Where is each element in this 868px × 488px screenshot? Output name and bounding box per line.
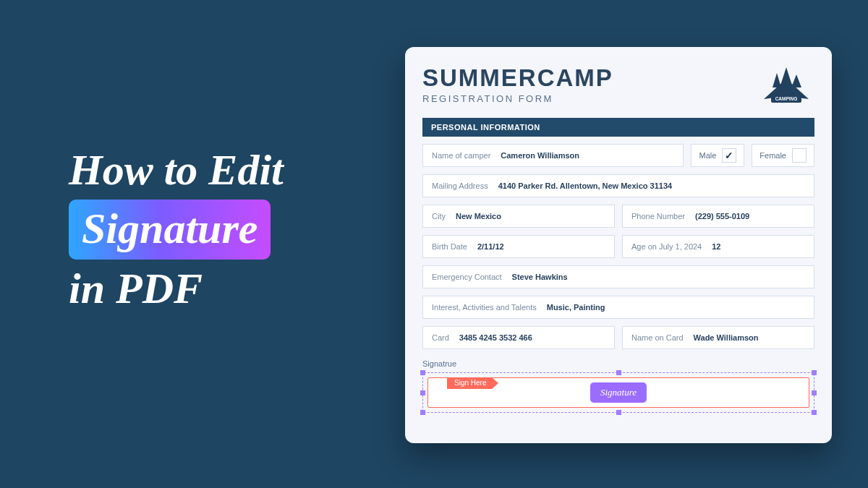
birth-label: Birth Date <box>432 242 467 251</box>
interests-field[interactable]: Interest, Activities and Talents Music, … <box>422 296 814 319</box>
female-checkbox[interactable] <box>792 148 807 163</box>
mailing-value: 4140 Parker Rd. Allentown, New Mexico 31… <box>498 181 672 190</box>
form-subtitle: REGISTRATION FORM <box>422 93 613 104</box>
camping-logo: CAMPING <box>758 64 814 111</box>
name-label: Name of camper <box>432 151 490 160</box>
signature-button[interactable]: Signature <box>590 382 647 403</box>
card-value: 3485 4245 3532 466 <box>459 333 532 342</box>
card-label: Card <box>432 333 449 342</box>
mailing-label: Mailing Address <box>432 181 488 190</box>
city-value: New Mexico <box>456 212 501 221</box>
resize-handle[interactable] <box>420 410 425 415</box>
headline-line-1: How to Edit <box>69 141 284 200</box>
resize-handle[interactable] <box>616 370 621 375</box>
headline: How to Edit Signature in PDF <box>69 141 284 318</box>
age-value: 12 <box>712 242 720 251</box>
emergency-label: Emergency Contact <box>432 273 502 281</box>
signature-selection-box[interactable]: Sign Here Signature <box>422 372 814 413</box>
male-checkbox[interactable]: ✓ <box>722 148 736 163</box>
resize-handle[interactable] <box>812 370 817 375</box>
resize-handle[interactable] <box>420 390 425 395</box>
emergency-value: Steve Hawkins <box>512 273 568 281</box>
interests-value: Music, Painting <box>547 303 605 312</box>
phone-value: (229) 555-0109 <box>695 212 749 221</box>
resize-handle[interactable] <box>812 390 817 395</box>
birth-value: 2/11/12 <box>477 242 504 251</box>
headline-highlight: Signature <box>69 200 271 260</box>
birth-field[interactable]: Birth Date 2/11/12 <box>422 235 615 258</box>
mailing-field[interactable]: Mailing Address 4140 Parker Rd. Allentow… <box>422 174 814 197</box>
svg-text:CAMPING: CAMPING <box>775 96 798 101</box>
form-title: SUMMERCAMP <box>422 64 613 92</box>
age-label: Age on July 1, 2024 <box>631 242 702 251</box>
female-label: Female <box>760 151 786 160</box>
emergency-field[interactable]: Emergency Contact Steve Hawkins <box>422 265 814 288</box>
cardname-field[interactable]: Name on Card Wade Williamson <box>622 326 814 349</box>
interests-label: Interest, Activities and Talents <box>432 303 537 312</box>
registration-form-card: SUMMERCAMP REGISTRATION FORM CAMPING PER… <box>405 47 832 443</box>
city-label: City <box>432 212 446 221</box>
signature-input-area[interactable]: Sign Here Signature <box>427 377 809 408</box>
resize-handle[interactable] <box>420 370 425 375</box>
city-field[interactable]: City New Mexico <box>422 205 615 228</box>
headline-line-3: in PDF <box>69 260 284 318</box>
cardname-label: Name on Card <box>631 333 684 342</box>
cardname-value: Wade Williamson <box>694 333 759 342</box>
name-value: Cameron Williamson <box>501 151 579 160</box>
gender-male[interactable]: Male ✓ <box>691 144 744 167</box>
resize-handle[interactable] <box>812 410 817 415</box>
male-label: Male <box>699 151 716 160</box>
name-field[interactable]: Name of camper Cameron Williamson <box>422 144 684 167</box>
phone-label: Phone Number <box>631 212 685 221</box>
card-field[interactable]: Card 3485 4245 3532 466 <box>422 326 615 349</box>
phone-field[interactable]: Phone Number (229) 555-0109 <box>622 205 814 228</box>
section-header: PERSONAL INFORMATION <box>422 118 814 137</box>
age-field[interactable]: Age on July 1, 2024 12 <box>622 235 814 258</box>
resize-handle[interactable] <box>616 410 621 415</box>
signature-label: Signatrue <box>422 359 814 368</box>
sign-here-flag: Sign Here <box>447 377 492 389</box>
gender-female[interactable]: Female <box>752 144 814 167</box>
